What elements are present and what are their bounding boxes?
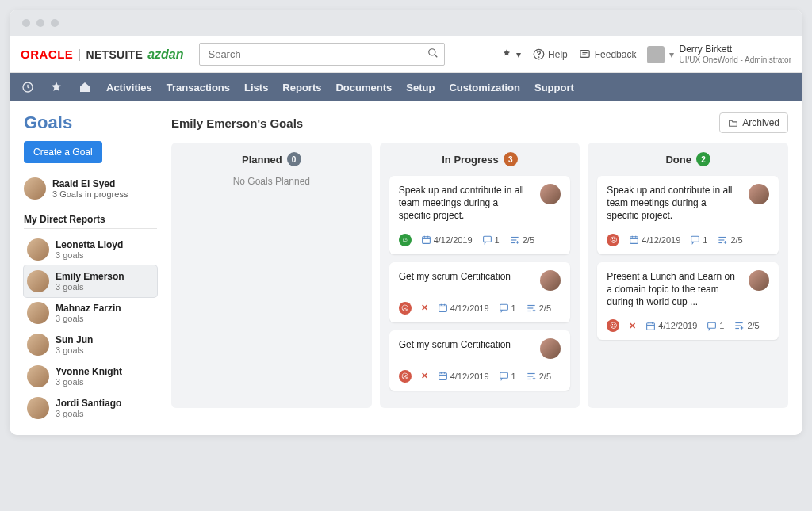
goal-card-title: Get my scrum Certification [399, 270, 533, 291]
direct-report-item[interactable]: Mahnaz Farzin 3 goals [24, 297, 157, 329]
topbar-right: ▾ Help Feedback ▾ [500, 44, 791, 63]
feedback-label: Feedback [595, 49, 637, 60]
svg-rect-32 [500, 372, 508, 378]
nav-activities[interactable]: Activities [106, 82, 152, 93]
goal-card[interactable]: Present a Lunch and Learn on a domain to… [597, 262, 779, 341]
direct-report-item[interactable]: Emily Emerson 3 goals [24, 265, 157, 297]
goal-card[interactable]: Speak up and contribute in all team meet… [389, 176, 571, 254]
svg-rect-22 [500, 304, 508, 310]
direct-reports-list: Leonetta Lloyd 3 goals Emily Emerson 3 g… [24, 234, 157, 424]
goal-card[interactable]: Get my scrum Certification ☹ ✕ 4/12/2019… [389, 330, 571, 391]
history-icon[interactable] [21, 80, 35, 94]
user-text: Derry Birkett UI/UX OneWorld - Administr… [679, 44, 791, 63]
nav-setup[interactable]: Setup [406, 82, 435, 93]
svg-rect-12 [483, 236, 491, 242]
nav-reports[interactable]: Reports [282, 82, 321, 93]
nav-customization[interactable]: Customization [449, 82, 520, 93]
svg-line-1 [435, 55, 438, 58]
help-icon [532, 48, 545, 61]
goal-card-title: Present a Lunch and Learn on a domain to… [607, 270, 741, 309]
nav-support[interactable]: Support [534, 82, 574, 93]
avatar [27, 334, 49, 356]
search-input[interactable] [199, 43, 445, 66]
svg-point-0 [429, 49, 435, 55]
avatar [540, 270, 561, 291]
goal-date: 4/12/2019 [658, 321, 697, 330]
mood-icon: ☹ [607, 234, 619, 246]
avatar [749, 270, 769, 291]
column-header: Planned 0 [181, 152, 362, 166]
window-dot [51, 19, 59, 27]
column-title: In Progress [442, 154, 499, 166]
tasks-meta: 2/5 [717, 235, 742, 246]
report-name: Yvonne Knight [56, 366, 122, 377]
star-icon[interactable] [49, 80, 63, 94]
goal-card-meta: ☹ 4/12/2019 1 2/5 [607, 234, 769, 246]
comment-icon [707, 321, 717, 331]
report-sub: 3 goals [56, 314, 121, 323]
goal-card-meta: ☹ ✕ 4/12/2019 1 2/5 [607, 319, 769, 332]
archived-button[interactable]: Archived [719, 112, 788, 133]
create-goal-button[interactable]: Create a Goal [24, 141, 102, 163]
column-count-badge: 0 [287, 152, 301, 166]
report-sub: 3 goals [56, 377, 122, 387]
current-user-row[interactable]: Raaid El Syed 3 Goals in progress [24, 177, 157, 200]
report-name: Sun Jun [56, 334, 93, 345]
board-header: Emily Emerson's Goals Archived [171, 112, 788, 133]
chevron-down-icon: ▾ [669, 49, 674, 60]
avatar [540, 338, 561, 359]
search-wrap [199, 43, 445, 66]
home-icon[interactable] [78, 80, 92, 94]
column-title: Planned [242, 154, 282, 166]
user-menu[interactable]: ▾ Derry Birkett UI/UX OneWorld - Adminis… [647, 44, 791, 63]
nav-documents[interactable]: Documents [335, 82, 392, 93]
avatar [27, 365, 49, 387]
tasks-icon [509, 235, 520, 246]
mood-icon: ☹ [607, 319, 619, 332]
report-name: Jordi Santiago [56, 398, 121, 409]
quick-add-menu[interactable]: ▾ [500, 48, 521, 61]
avatar [27, 238, 49, 261]
goal-card[interactable]: Get my scrum Certification ☹ ✕ 4/12/2019… [389, 262, 571, 322]
svg-rect-4 [580, 51, 589, 58]
direct-report-item[interactable]: Leonetta Lloyd 3 goals [24, 234, 157, 265]
goal-tasks: 2/5 [539, 372, 551, 381]
tasks-meta: 2/5 [526, 371, 551, 382]
left-sidebar: Goals Create a Goal Raaid El Syed 3 Goal… [24, 112, 157, 424]
date-meta: 4/12/2019 [438, 371, 489, 381]
column-count-badge: 3 [504, 152, 518, 166]
direct-report-item[interactable]: Yvonne Knight 3 goals [24, 360, 157, 392]
chevron-down-icon: ▾ [516, 49, 521, 60]
current-user-sub: 3 Goals in progress [52, 189, 128, 199]
tasks-meta: 2/5 [509, 235, 534, 246]
report-name: Emily Emerson [56, 271, 124, 282]
kanban-board: Planned 0 No Goals Planned In Progress 3… [171, 143, 788, 408]
x-icon: ✕ [421, 303, 428, 313]
goal-card[interactable]: Speak up and contribute in all team meet… [597, 176, 779, 254]
svg-rect-18 [439, 305, 446, 312]
direct-report-item[interactable]: Jordi Santiago 3 goals [24, 392, 157, 424]
comments-meta: 1 [690, 235, 707, 245]
goal-tasks: 2/5 [747, 321, 759, 330]
direct-report-item[interactable]: Sun Jun 3 goals [24, 329, 157, 360]
nav-lists[interactable]: Lists [244, 82, 268, 93]
goal-date: 4/12/2019 [434, 235, 473, 245]
quick-add-icon [500, 48, 513, 61]
column-empty-text: No Goals Planned [181, 176, 362, 187]
column-header: Done 2 [597, 152, 779, 166]
feedback-button[interactable]: Feedback [579, 48, 637, 61]
search-icon[interactable] [427, 48, 439, 59]
comment-icon [499, 371, 509, 381]
nav-transactions[interactable]: Transactions [167, 82, 230, 93]
column-count-badge: 2 [696, 152, 710, 166]
calendar-icon [629, 235, 639, 245]
help-button[interactable]: Help [532, 48, 568, 61]
goal-date: 4/12/2019 [642, 235, 680, 245]
avatar [27, 397, 49, 419]
avatar [749, 184, 769, 204]
goal-comments: 1 [719, 321, 724, 330]
report-name: Leonetta Lloyd [56, 239, 123, 250]
current-user-name: Raaid El Syed [52, 178, 128, 189]
selected-goals-title: Emily Emerson's Goals [171, 116, 303, 130]
svg-rect-48 [647, 322, 655, 330]
